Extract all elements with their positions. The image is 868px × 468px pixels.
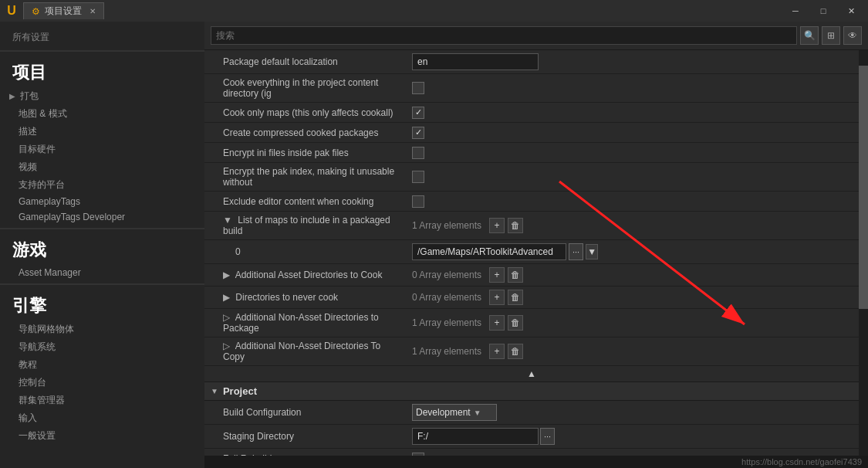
checkbox-exclude-editor-content[interactable] bbox=[412, 195, 424, 208]
add-map-btn[interactable]: + bbox=[489, 218, 505, 233]
search-input-wrapper bbox=[211, 26, 797, 45]
sidebar-section-engine: 引擎 bbox=[0, 288, 204, 320]
sidebar-item-asset-manager[interactable]: Asset Manager bbox=[0, 265, 204, 280]
sidebar-all-settings[interactable]: 所有设置 bbox=[0, 28, 204, 47]
dropdown-build-config[interactable]: Development ▼ bbox=[412, 404, 497, 421]
sidebar-divider-1 bbox=[0, 50, 204, 52]
label-cook-only-maps: Cook only maps (this only affects cookal… bbox=[204, 106, 409, 120]
sidebar-divider-3 bbox=[0, 283, 204, 285]
sidebar-item-target-hardware[interactable]: 目标硬件 bbox=[0, 141, 204, 158]
minimize-btn[interactable]: ─ bbox=[782, 0, 809, 22]
row-exclude-editor-content: Exclude editor content when cooking bbox=[204, 192, 859, 212]
label-list-of-maps: ▼ List of maps to include in a packaged … bbox=[204, 213, 409, 238]
sidebar-item-navsys[interactable]: 导航系统 bbox=[0, 338, 204, 356]
label-dirs-never-cook: ▶ Directories to never cook bbox=[204, 290, 409, 304]
add-never-cook-btn[interactable]: + bbox=[489, 290, 505, 305]
label-map-item-0: 0 bbox=[204, 245, 409, 259]
checkbox-full-rebuild[interactable] bbox=[412, 453, 424, 456]
sidebar-item-gameplaytags[interactable]: GameplayTags bbox=[0, 194, 204, 209]
add-asset-dir-btn[interactable]: + bbox=[489, 267, 505, 283]
label-encrypt-ini: Encrypt ini files inside pak files bbox=[204, 146, 409, 160]
staging-dir-group: ··· bbox=[412, 428, 555, 445]
checkbox-compressed-packages[interactable] bbox=[412, 127, 424, 139]
value-package-localization bbox=[409, 52, 859, 72]
add-non-asset-copy-btn[interactable]: + bbox=[489, 344, 505, 359]
label-asset-dirs: ▶ Additional Asset Directories to Cook bbox=[204, 268, 409, 282]
grid-view-btn[interactable]: ⊞ bbox=[822, 26, 840, 45]
dropdown-value-build-config: Development bbox=[416, 407, 471, 418]
section-arrow-non-asset-pkg: ▷ bbox=[223, 312, 230, 323]
array-count-list-maps: 1 Array elements bbox=[412, 220, 481, 231]
sidebar-item-tutorials[interactable]: 教程 bbox=[0, 356, 204, 374]
content-area: 🔍 ⊞ 👁 Package default localization Cook … bbox=[204, 22, 868, 468]
label-package-localization: Package default localization bbox=[204, 55, 409, 69]
close-btn[interactable]: ✕ bbox=[837, 0, 865, 22]
row-non-asset-package: ▷ Additional Non-Asset Directories to Pa… bbox=[204, 309, 859, 337]
arrow-icon: ▶ bbox=[9, 92, 15, 100]
row-list-of-maps: ▼ List of maps to include in a packaged … bbox=[204, 212, 859, 240]
sidebar-item-console[interactable]: 控制台 bbox=[0, 374, 204, 392]
sidebar-item-crowd-manager[interactable]: 群集管理器 bbox=[0, 392, 204, 409]
search-icon-btn[interactable]: 🔍 bbox=[800, 26, 819, 45]
checkbox-encrypt-ini[interactable] bbox=[412, 147, 424, 159]
checkbox-encrypt-pak-index[interactable] bbox=[412, 171, 424, 183]
remove-non-asset-pkg-btn[interactable]: 🗑 bbox=[508, 315, 523, 331]
remove-non-asset-copy-btn[interactable]: 🗑 bbox=[508, 344, 523, 359]
label-full-rebuild: Full Rebuild bbox=[204, 452, 409, 456]
label-staging-directory: Staging Directory bbox=[204, 429, 409, 443]
label-encrypt-pak-index: Encrypt the pak index, making it unusabl… bbox=[204, 164, 409, 189]
map-item-value-group: ··· ▼ bbox=[412, 243, 598, 260]
sidebar-item-input[interactable]: 输入 bbox=[0, 409, 204, 427]
checkbox-cook-everything[interactable] bbox=[412, 82, 424, 94]
search-input[interactable] bbox=[216, 30, 792, 41]
section-header-project[interactable]: ▼ Project bbox=[204, 382, 859, 401]
staging-dir-browse-btn[interactable]: ··· bbox=[540, 428, 555, 445]
value-list-of-maps: 1 Array elements + 🗑 bbox=[409, 216, 859, 235]
title-tab[interactable]: ⚙ 项目设置 ✕ bbox=[23, 2, 104, 19]
value-staging-directory: ··· bbox=[409, 426, 859, 446]
sidebar-section-project: 项目 bbox=[0, 55, 204, 87]
sidebar-item-gameplaytags-dev[interactable]: GameplayTags Developer bbox=[0, 209, 204, 225]
sidebar-item-packaging[interactable]: ▶ 打包 bbox=[0, 87, 204, 105]
map-item-browse-btn[interactable]: ··· bbox=[569, 243, 583, 260]
map-item-dropdown-btn[interactable]: ▼ bbox=[586, 244, 598, 259]
sidebar-item-video[interactable]: 视频 bbox=[0, 158, 204, 176]
sidebar-item-maps[interactable]: 地图 & 模式 bbox=[0, 105, 204, 123]
content-with-scroll: Package default localization Cook everyt… bbox=[204, 50, 868, 456]
scroll-up-btn[interactable]: ▲ bbox=[204, 366, 859, 382]
label-exclude-editor-content: Exclude editor content when cooking bbox=[204, 195, 409, 209]
sidebar-item-description[interactable]: 描述 bbox=[0, 123, 204, 141]
sidebar-divider-2 bbox=[0, 228, 204, 229]
add-non-asset-pkg-btn[interactable]: + bbox=[489, 315, 505, 331]
row-build-configuration: Build Configuration Development ▼ bbox=[204, 401, 859, 425]
value-encrypt-pak-index bbox=[409, 169, 859, 185]
remove-never-cook-btn[interactable]: 🗑 bbox=[508, 290, 523, 305]
sidebar-item-navmesh[interactable]: 导航网格物体 bbox=[0, 320, 204, 338]
checkbox-cook-only-maps[interactable] bbox=[412, 107, 424, 119]
remove-asset-dir-btn[interactable]: 🗑 bbox=[508, 267, 523, 283]
row-dirs-never-cook: ▶ Directories to never cook 0 Array elem… bbox=[204, 287, 859, 309]
input-staging-directory[interactable] bbox=[412, 428, 539, 445]
row-cook-only-maps: Cook only maps (this only affects cookal… bbox=[204, 103, 859, 123]
tab-close-btn[interactable]: ✕ bbox=[90, 7, 96, 15]
row-full-rebuild: Full Rebuild bbox=[204, 449, 859, 456]
input-package-localization[interactable] bbox=[412, 53, 539, 70]
sidebar: 所有设置 项目 ▶ 打包 地图 & 模式 描述 目标硬件 视频 支持的平台 Ga… bbox=[0, 22, 204, 468]
dropdown-arrow-build-config: ▼ bbox=[474, 409, 481, 417]
maximize-btn[interactable]: □ bbox=[809, 0, 837, 22]
tab-icon: ⚙ bbox=[32, 6, 40, 17]
section-arrow-dirs-never-cook: ▶ bbox=[223, 292, 230, 303]
label-cook-everything: Cook everything in the project content d… bbox=[204, 76, 409, 100]
sidebar-section-game: 游戏 bbox=[0, 232, 204, 265]
scroll-up-icon: ▲ bbox=[527, 368, 536, 379]
right-scrollbar[interactable] bbox=[859, 50, 868, 456]
input-map-item-0[interactable] bbox=[412, 243, 566, 260]
sidebar-item-platforms[interactable]: 支持的平台 bbox=[0, 176, 204, 194]
settings-content: Package default localization Cook everyt… bbox=[204, 50, 859, 456]
array-count-asset-dirs: 0 Array elements bbox=[412, 270, 481, 280]
window-controls: ─ □ ✕ bbox=[782, 0, 865, 22]
eye-view-btn[interactable]: 👁 bbox=[843, 26, 862, 45]
value-map-item-0: ··· ▼ bbox=[409, 242, 859, 262]
sidebar-item-general[interactable]: 一般设置 bbox=[0, 427, 204, 445]
remove-map-btn[interactable]: 🗑 bbox=[508, 218, 523, 233]
